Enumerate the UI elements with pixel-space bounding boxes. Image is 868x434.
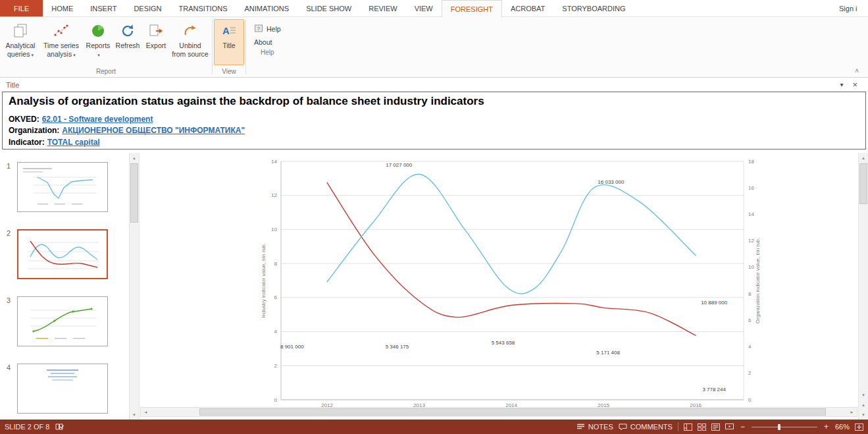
svg-text:6: 6 (748, 317, 752, 323)
tab-design[interactable]: DESIGN (125, 0, 170, 16)
svg-text:16 033 000: 16 033 000 (598, 179, 625, 185)
slide-chart: 0246810121402468101214161820122013201420… (257, 156, 777, 414)
slide-number: 1 (0, 162, 17, 212)
ribbon-tab-bar: FILE HOME INSERT DESIGN TRANSITIONS ANIM… (0, 0, 868, 17)
svg-text:2: 2 (274, 363, 278, 369)
scroll-up-icon[interactable]: ▲ (130, 153, 139, 163)
analytical-queries-button[interactable]: Analytical queries▾ (1, 19, 39, 65)
scrollbar-thumb[interactable] (859, 163, 867, 204)
status-bar: SLIDE 2 OF 8 NOTES COMMENTS (0, 420, 868, 434)
svg-text:?: ? (257, 26, 261, 32)
tab-review[interactable]: REVIEW (360, 0, 405, 16)
svg-text:6: 6 (274, 294, 278, 300)
tab-acrobat[interactable]: ACROBAT (502, 0, 553, 16)
svg-text:8: 8 (274, 261, 278, 267)
zoom-percentage[interactable]: 66% (835, 423, 850, 431)
previous-slide-button[interactable]: ▲ (859, 400, 868, 410)
organization-line: Organization:АКЦИОНЕРНОЕ ОБЩЕСТВО "ИНФОР… (9, 125, 859, 136)
horizontal-scrollbar: ◄ ► (140, 407, 857, 417)
svg-text:5 171 408: 5 171 408 (596, 350, 620, 356)
reading-view-button[interactable] (711, 423, 720, 431)
tab-slide-show[interactable]: SLIDE SHOW (297, 0, 360, 16)
spellcheck-icon[interactable] (55, 423, 64, 431)
scroll-left-icon[interactable]: ◄ (141, 408, 151, 416)
collapse-ribbon-button[interactable]: ˄ (851, 67, 863, 75)
svg-text:10 889 000: 10 889 000 (701, 300, 728, 306)
reports-button[interactable]: Reports ▾ (83, 19, 113, 65)
zoom-out-button[interactable]: − (739, 422, 746, 431)
panel-menu-icon[interactable]: ▾ (835, 81, 848, 88)
fit-slide-to-window-button[interactable] (855, 423, 863, 431)
tab-animations[interactable]: ANIMATIONS (236, 0, 298, 16)
tab-insert[interactable]: INSERT (82, 0, 125, 16)
scroll-up-icon[interactable]: ▲ (859, 153, 868, 163)
button-label: Title (222, 41, 235, 50)
scrollbar-thumb[interactable] (199, 408, 826, 416)
zoom-in-button[interactable]: + (823, 422, 830, 431)
title-toggle-button[interactable]: A Title (214, 19, 244, 65)
ribbon-group-label-view: View (214, 67, 244, 77)
comments-icon (619, 423, 627, 431)
slide-thumbnail-4[interactable]: 4 (0, 364, 129, 414)
slide-thumbnail-1[interactable]: 1 (0, 162, 129, 212)
slide-thumbnail-chart[interactable] (17, 162, 108, 212)
title-icon: A (220, 22, 238, 40)
vertical-scrollbar: ▲ ▼ ▲ ▼ (858, 153, 868, 420)
scroll-down-icon[interactable]: ▼ (130, 410, 139, 420)
slideshow-view-button[interactable] (725, 423, 734, 431)
indicator-line: Indicator:TOTAL capital (9, 137, 859, 148)
okved-link[interactable]: 62.01 - Software development (42, 115, 153, 124)
button-label: Help (267, 25, 281, 33)
time-series-analysis-button[interactable]: Time series analysis▾ (39, 19, 83, 65)
refresh-button[interactable]: Refresh (113, 19, 142, 65)
button-label: Analytical queries▾ (3, 41, 38, 59)
scrollbar-thumb[interactable] (130, 163, 138, 223)
slide-number: 2 (0, 229, 17, 279)
svg-text:5 543 658: 5 543 658 (492, 340, 515, 346)
export-button[interactable]: Export (142, 19, 170, 65)
svg-text:10: 10 (271, 227, 277, 232)
tab-transitions[interactable]: TRANSITIONS (170, 0, 236, 16)
okved-line: OKVED:62.01 - Software development (9, 114, 859, 125)
comments-button[interactable]: COMMENTS (619, 423, 673, 431)
slide-number: 3 (0, 296, 17, 346)
panel-close-icon[interactable]: × (848, 80, 862, 90)
tab-view[interactable]: VIEW (406, 0, 442, 16)
slide-thumbnail-2[interactable]: 2 (0, 229, 129, 279)
normal-view-button[interactable] (684, 423, 692, 431)
sign-in-button[interactable]: Sign i (839, 0, 868, 16)
slide-sorter-view-button[interactable] (698, 423, 706, 431)
zoom-slider-thumb[interactable] (778, 424, 780, 430)
svg-text:5 346 175: 5 346 175 (386, 344, 409, 350)
application-window: FILE HOME INSERT DESIGN TRANSITIONS ANIM… (0, 0, 868, 434)
scroll-right-icon[interactable]: ► (847, 408, 857, 416)
slide-thumbnail-chart[interactable] (17, 296, 108, 346)
ribbon-group-label-report: Report (1, 67, 211, 77)
indicator-link[interactable]: TOTAL capital (47, 138, 100, 147)
scroll-down-icon[interactable]: ▼ (859, 390, 868, 400)
next-slide-button[interactable]: ▼ (859, 410, 868, 420)
tab-foresight[interactable]: FORESIGHT (442, 0, 502, 17)
organization-link[interactable]: АКЦИОНЕРНОЕ ОБЩЕСТВО "ИНФОРМАТИКА" (62, 126, 245, 135)
svg-text:3 778 244: 3 778 244 (702, 387, 726, 393)
tab-file[interactable]: FILE (0, 0, 43, 16)
export-icon (147, 22, 165, 40)
help-button[interactable]: ? Help (250, 22, 285, 36)
about-button[interactable]: About (250, 36, 285, 48)
organization-label: Organization: (9, 126, 59, 135)
unbind-from-source-button[interactable]: Unbind from source (170, 19, 211, 65)
notes-button[interactable]: NOTES (576, 423, 613, 431)
tab-storyboarding[interactable]: STORYBOARDING (553, 0, 634, 16)
dropdown-caret-icon: ▾ (97, 53, 100, 57)
notes-icon (576, 423, 585, 430)
slide-thumbnail-3[interactable]: 3 (0, 296, 129, 346)
svg-text:8: 8 (748, 291, 752, 297)
svg-text:14: 14 (748, 211, 754, 217)
slide-thumbnail-chart[interactable] (17, 229, 108, 279)
ribbon: Analytical queries▾ Time series analysis… (0, 17, 868, 78)
button-label: Time series analysis▾ (41, 41, 81, 59)
tab-home[interactable]: HOME (43, 0, 82, 16)
slide-thumbnail-chart[interactable] (17, 364, 108, 414)
zoom-slider[interactable] (752, 427, 817, 427)
slide-canvas[interactable]: 0246810121402468101214161820122013201420… (139, 153, 868, 420)
